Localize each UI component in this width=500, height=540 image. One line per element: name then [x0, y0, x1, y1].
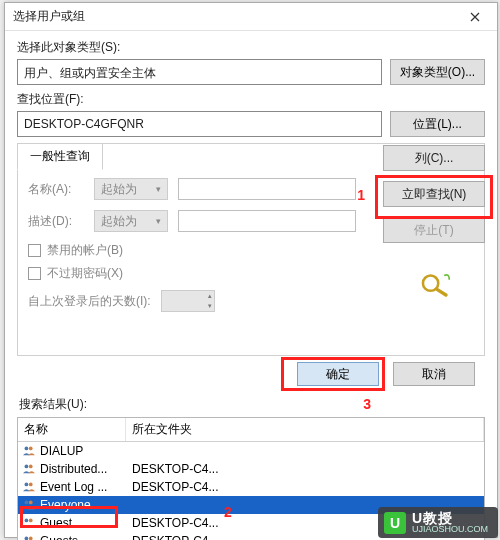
- row-name: Guest: [40, 516, 126, 530]
- days-since-logon-spinner[interactable]: [161, 290, 215, 312]
- close-button[interactable]: [453, 3, 497, 31]
- row-folder: DESKTOP-C4...: [126, 462, 218, 476]
- row-name: Distributed...: [40, 462, 126, 476]
- columns-button[interactable]: 列(C)...: [383, 145, 485, 171]
- ok-button[interactable]: 确定: [297, 362, 379, 386]
- watermark: U U教授 UJIAOSHOU.COM: [378, 507, 498, 538]
- group-icon: [21, 517, 37, 529]
- annotation-marker-1: 1: [357, 187, 365, 203]
- results-label: 搜索结果(U):: [19, 396, 485, 413]
- svg-point-0: [25, 447, 29, 451]
- tab-general[interactable]: 一般性查询: [17, 143, 103, 170]
- cancel-button[interactable]: 取消: [393, 362, 475, 386]
- svg-point-4: [25, 483, 29, 487]
- dialog-window: 选择用户或组 选择此对象类型(S): 用户、组或内置安全主体 对象类型(O)..…: [4, 2, 498, 538]
- svg-point-8: [25, 519, 29, 523]
- table-row[interactable]: DIALUP: [18, 442, 484, 460]
- stop-button[interactable]: 停止(T): [383, 217, 485, 243]
- watermark-brand: U教授: [412, 511, 488, 525]
- table-row[interactable]: Event Log ...DESKTOP-C4...: [18, 478, 484, 496]
- group-icon: [21, 535, 37, 540]
- disabled-accounts-label: 禁用的帐户(B): [47, 242, 123, 259]
- table-row[interactable]: Distributed...DESKTOP-C4...: [18, 460, 484, 478]
- results-header: 名称 所在文件夹: [18, 418, 484, 442]
- days-since-logon-label: 自上次登录后的天数(I):: [28, 293, 151, 310]
- annotation-marker-2: 2: [224, 504, 232, 520]
- svg-point-7: [29, 501, 33, 505]
- group-icon: [21, 463, 37, 475]
- nonexpiring-password-label: 不过期密码(X): [47, 265, 123, 282]
- dialog-button-row: 3 确定 取消: [17, 362, 485, 386]
- nonexpiring-password-checkbox[interactable]: [28, 267, 41, 280]
- svg-point-11: [29, 537, 33, 540]
- row-name: Everyone: [40, 498, 126, 512]
- col-header-folder[interactable]: 所在文件夹: [126, 418, 484, 441]
- location-value[interactable]: DESKTOP-C4GFQNR: [17, 111, 382, 137]
- object-type-label: 选择此对象类型(S):: [17, 39, 485, 56]
- svg-point-10: [25, 537, 29, 540]
- close-icon: [470, 12, 480, 22]
- name-input[interactable]: [178, 178, 356, 200]
- description-mode-select[interactable]: 起始为▾: [94, 210, 168, 232]
- titlebar: 选择用户或组: [5, 3, 497, 31]
- svg-point-2: [25, 465, 29, 469]
- svg-point-5: [29, 483, 33, 487]
- svg-point-6: [25, 501, 29, 505]
- location-label: 查找位置(F):: [17, 91, 485, 108]
- chevron-down-icon: ▾: [156, 216, 161, 226]
- find-now-button[interactable]: 立即查找(N): [383, 181, 485, 207]
- svg-point-9: [29, 519, 33, 523]
- chevron-down-icon: ▾: [156, 184, 161, 194]
- row-folder: DESKTOP-C4...: [126, 516, 218, 530]
- watermark-url: UJIAOSHOU.COM: [412, 525, 488, 534]
- locations-button[interactable]: 位置(L)...: [390, 111, 485, 137]
- description-mode-value: 起始为: [101, 213, 137, 230]
- watermark-logo: U: [384, 512, 406, 534]
- object-types-button[interactable]: 对象类型(O)...: [390, 59, 485, 85]
- row-folder: DESKTOP-C4...: [126, 534, 218, 540]
- row-name: Guests: [40, 534, 126, 540]
- right-button-rail: 列(C)... 立即查找(N) 停止(T): [383, 145, 485, 300]
- annotation-marker-3: 3: [363, 396, 371, 412]
- disabled-accounts-checkbox[interactable]: [28, 244, 41, 257]
- col-header-name[interactable]: 名称: [18, 418, 126, 441]
- window-title: 选择用户或组: [13, 8, 453, 25]
- group-icon: [21, 481, 37, 493]
- search-decorative-icon: [417, 271, 451, 300]
- group-icon: [21, 499, 37, 511]
- group-icon: [21, 445, 37, 457]
- object-type-value[interactable]: 用户、组或内置安全主体: [17, 59, 382, 85]
- row-name: DIALUP: [40, 444, 126, 458]
- svg-point-3: [29, 465, 33, 469]
- description-label: 描述(D):: [28, 213, 84, 230]
- name-mode-value: 起始为: [101, 181, 137, 198]
- name-mode-select[interactable]: 起始为▾: [94, 178, 168, 200]
- row-folder: DESKTOP-C4...: [126, 480, 218, 494]
- svg-point-1: [29, 447, 33, 451]
- row-name: Event Log ...: [40, 480, 126, 494]
- name-label: 名称(A):: [28, 181, 84, 198]
- description-input[interactable]: [178, 210, 356, 232]
